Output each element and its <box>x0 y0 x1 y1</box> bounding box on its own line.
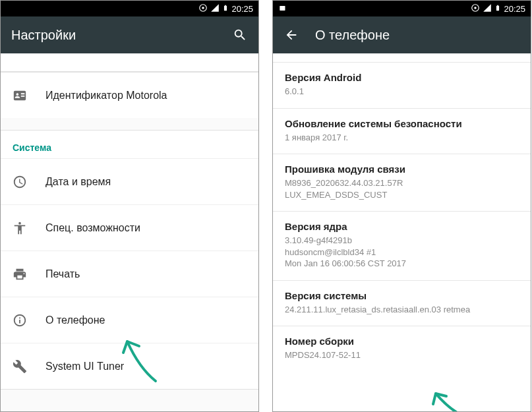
target-icon <box>471 3 480 15</box>
svg-rect-2 <box>280 6 285 11</box>
status-bar: 20:25 <box>273 1 531 16</box>
status-time: 20:25 <box>504 4 525 14</box>
signal-icon <box>483 3 492 15</box>
about-item-title: Обновление системы безопасности <box>285 118 519 129</box>
target-icon <box>198 3 208 15</box>
section-system: Система Дата и время Спец. возможности П… <box>1 130 258 390</box>
about-item-value: 24.211.11.lux_retasia_ds.retasiaall.en.0… <box>285 304 519 316</box>
signal-icon <box>210 3 220 15</box>
phone-left: 20:25 Настройки Идентификатор Motorola С… <box>0 0 259 412</box>
battery-icon <box>494 3 501 15</box>
app-bar-left: Настройки <box>1 16 258 53</box>
svg-point-4 <box>475 7 477 9</box>
about-system-version[interactable]: Версия системы 24.211.11.lux_retasia_ds.… <box>273 281 531 327</box>
clock-icon <box>13 175 27 189</box>
section-header-system: Система <box>1 131 258 158</box>
about-item-title: Версия Android <box>285 72 519 83</box>
partial-prev-section <box>1 53 258 72</box>
item-motorola-id[interactable]: Идентификатор Motorola <box>1 72 258 118</box>
page-title: О телефоне <box>315 28 520 43</box>
page-title: Настройки <box>11 28 216 43</box>
item-about-phone[interactable]: О телефоне <box>1 297 258 343</box>
about-item-value: MPDS24.107-52-11 <box>285 349 519 361</box>
notification-icon <box>278 4 287 13</box>
about-item-value: M8936_2020632.44.03.21.57R LUX_EMEA_DSDS… <box>285 177 519 200</box>
content-left: Идентификатор Motorola Система Дата и вр… <box>1 53 258 411</box>
list-item-label: Дата и время <box>45 176 111 188</box>
battery-icon <box>222 3 229 15</box>
about-item-title: Номер сборки <box>285 336 519 347</box>
about-item-value: 1 января 2017 г. <box>285 132 519 144</box>
back-icon[interactable] <box>283 27 299 43</box>
item-accessibility[interactable]: Спец. возможности <box>1 204 258 250</box>
app-bar-right: О телефоне <box>273 16 531 53</box>
id-card-icon <box>13 88 27 103</box>
about-item-title: Версия ядра <box>285 221 519 232</box>
printer-icon <box>13 267 27 281</box>
about-kernel[interactable]: Версия ядра 3.10.49-g4f4291b hudsoncm@il… <box>273 212 531 281</box>
wrench-icon <box>13 359 27 374</box>
about-item-value: 3.10.49-g4f4291b hudsoncm@ilclbld34 #1 M… <box>285 235 519 270</box>
list-item-label: System UI Tuner <box>45 361 124 372</box>
phone-right: 20:25 О телефоне Версия Android 6.0.1 Об… <box>272 0 531 412</box>
about-security-patch[interactable]: Обновление системы безопасности 1 января… <box>273 109 531 155</box>
item-print[interactable]: Печать <box>1 250 258 297</box>
about-build-number[interactable]: Номер сборки MPDS24.107-52-11 <box>273 326 531 372</box>
accessibility-icon <box>13 221 27 235</box>
svg-point-1 <box>202 7 205 9</box>
list-item-label: Спец. возможности <box>45 222 140 234</box>
item-system-ui-tuner[interactable]: System UI Tuner <box>1 343 258 389</box>
search-icon[interactable] <box>232 27 248 43</box>
info-icon <box>13 313 27 328</box>
item-date-time[interactable]: Дата и время <box>1 158 258 204</box>
about-baseband[interactable]: Прошивка модуля связи M8936_2020632.44.0… <box>273 154 531 212</box>
about-android-version[interactable]: Версия Android 6.0.1 <box>273 63 531 109</box>
list-item-label: Печать <box>45 268 80 280</box>
list-item-label: О телефоне <box>45 314 105 326</box>
about-item-title: Прошивка модуля связи <box>285 163 519 175</box>
status-time: 20:25 <box>231 4 253 14</box>
about-item-value: 6.0.1 <box>285 86 519 98</box>
about-item-title: Версия системы <box>285 290 519 301</box>
status-bar: 20:25 <box>1 1 258 16</box>
partial-cut-row <box>273 53 531 63</box>
list-item-label: Идентификатор Motorola <box>45 90 167 102</box>
content-right: Версия Android 6.0.1 Обновление системы … <box>273 53 531 411</box>
